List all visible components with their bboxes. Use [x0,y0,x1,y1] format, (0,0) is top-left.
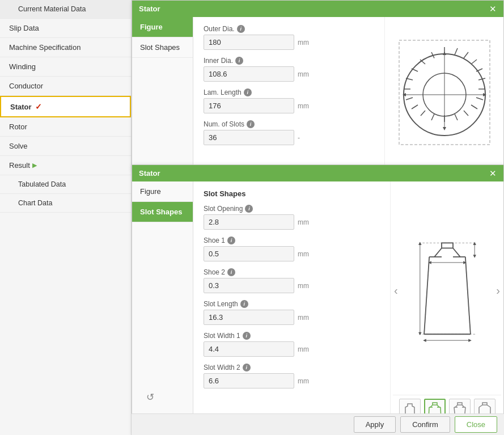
confirm-button[interactable]: Confirm [400,416,450,433]
sidebar-item-rotor[interactable]: Rotor [0,117,131,137]
num-slots-input[interactable] [204,130,294,145]
svg-marker-5 [443,127,446,130]
bottom-action-bar: Apply Confirm Close [132,413,504,435]
svg-marker-23 [418,242,421,245]
stator-figure-content: Outer Dia. i mm Inner Dia. i mm [193,17,384,168]
sidebar-item-machine-specification[interactable]: Machine Specification [0,38,131,57]
slot-width-2-field: Slot Width 2 i mm [204,364,380,388]
sidebar-item-winding[interactable]: Winding [0,57,131,77]
stator-ring-diagram [384,17,503,168]
sidebar-item-slip-data[interactable]: Slip Data [0,19,131,38]
num-slots-field: Num. of Slots i - [204,120,374,145]
slot-width-2-input[interactable] [204,373,294,388]
slot-width-1-field: Slot Width 1 i mm [204,332,380,357]
svg-marker-27 [468,339,471,341]
slot-opening-input[interactable] [204,214,294,230]
stator-figure-panel-header: Stator ✕ [132,1,503,17]
lam-length-field: Lam. Length i mm [204,88,374,113]
sidebar: Current Material Data Slip Data Machine … [0,0,132,435]
svg-line-16 [424,257,429,334]
outer-dia-unit: mm [298,39,311,47]
num-slots-unit: - [298,134,300,142]
apply-button[interactable]: Apply [354,416,396,433]
svg-marker-20 [473,242,476,245]
svg-line-49 [487,405,490,407]
svg-rect-39 [458,403,462,405]
svg-rect-11 [442,243,453,248]
shoe-1-field: Shoe 1 i mm [204,236,380,261]
shoe-2-input[interactable] [204,278,294,293]
svg-rect-31 [433,403,437,405]
slot-shape-main-diagram: ‹ [393,186,501,395]
lam-length-input[interactable] [204,98,294,113]
svg-marker-26 [423,339,426,341]
slot-length-field: Slot Length i mm [204,300,380,325]
num-slots-info-icon[interactable]: i [247,120,255,128]
svg-rect-47 [482,403,487,405]
sidebar-item-conductor[interactable]: Conductor [0,77,131,96]
stator-slot-shapes-panel-header: Stator ✕ [132,165,503,181]
close-button[interactable]: Close [455,416,497,433]
slot-opening-unit: mm [298,218,311,226]
outer-dia-input[interactable] [204,35,294,50]
shoe-1-input[interactable] [204,246,294,261]
svg-line-13 [453,248,460,256]
inner-dia-field: Inner Dia. i mm [204,57,374,82]
slot-diagram-next-button[interactable]: › [496,284,500,297]
slot-diagram-prev-button[interactable]: ‹ [394,284,398,297]
stator-slot-shapes-close-button[interactable]: ✕ [489,169,497,178]
panel-nav-figure-bottom[interactable]: Figure [132,181,193,202]
stator-figure-close-button[interactable]: ✕ [489,5,497,13]
sidebar-item-chart-data[interactable]: Chart Data [0,194,131,213]
shoe-2-info-icon[interactable]: i [227,268,235,276]
stator-figure-panel-nav: Figure Slot Shapes [132,17,193,168]
slot-length-input[interactable] [204,310,294,325]
sidebar-item-tabulated-data[interactable]: Tabulated Data [0,175,131,194]
sidebar-item-current-material-data[interactable]: Current Material Data [0,0,131,19]
stator-figure-panel-body: Figure Slot Shapes Outer Dia. i mm Inne [132,17,503,168]
lam-length-info-icon[interactable]: i [244,88,252,96]
svg-line-17 [465,257,470,334]
shoe-1-info-icon[interactable]: i [227,236,235,244]
stator-slot-shapes-panel-nav: Figure Slot Shapes [132,181,193,433]
inner-dia-unit: mm [298,70,311,78]
outer-dia-field: Outer Dia. i mm [204,25,374,50]
sidebar-item-result[interactable]: Result ▶ [0,156,131,175]
slot-width-2-unit: mm [298,377,311,385]
stator-slot-shapes-content: Slot Shapes Slot Opening i mm Shoe 1 i [193,181,390,433]
svg-marker-24 [418,332,421,335]
slot-length-unit: mm [298,314,311,322]
reset-icon[interactable]: ↺ [146,391,154,403]
slot-length-info-icon[interactable]: i [240,300,248,308]
slot-width-1-unit: mm [298,345,311,353]
slot-shape-diagram-area: ‹ [390,181,503,433]
slot-width-1-input[interactable] [204,341,294,357]
outer-dia-info-icon[interactable]: i [237,25,245,33]
panel-nav-slot-shapes-bottom[interactable]: Slot Shapes [132,202,193,222]
result-arrow-icon: ▶ [32,162,37,169]
sidebar-item-stator[interactable]: Stator ✓ [0,96,131,117]
inner-dia-input[interactable] [204,66,294,82]
svg-marker-21 [473,255,476,257]
panel-nav-figure[interactable]: Figure [132,17,193,37]
lam-length-unit: mm [298,102,311,110]
stator-slot-shapes-panel: Stator ✕ Figure Slot Shapes Slot Shapes … [132,164,504,435]
sidebar-item-solve[interactable]: Solve [0,137,131,156]
stator-figure-panel: Stator ✕ Figure Slot Shapes Outer Dia. i… [132,0,504,170]
slot-width-1-info-icon[interactable]: i [243,332,251,340]
slot-shapes-section-title: Slot Shapes [204,189,380,198]
shoe-2-unit: mm [298,282,311,290]
stator-slot-shapes-panel-body: Figure Slot Shapes Slot Shapes Slot Open… [132,181,503,433]
svg-line-48 [479,405,482,407]
slot-width-2-info-icon[interactable]: i [243,364,251,371]
stator-checkmark-icon: ✓ [35,102,42,111]
panel-nav-slot-shapes-top[interactable]: Slot Shapes [132,37,193,58]
slot-opening-info-icon[interactable]: i [245,205,253,213]
svg-marker-4 [443,52,446,55]
svg-line-12 [434,248,442,256]
shoe-2-field: Shoe 2 i mm [204,268,380,293]
inner-dia-info-icon[interactable]: i [235,57,243,65]
slot-opening-field: Slot Opening i mm [204,205,380,230]
shoe-1-unit: mm [298,250,311,258]
